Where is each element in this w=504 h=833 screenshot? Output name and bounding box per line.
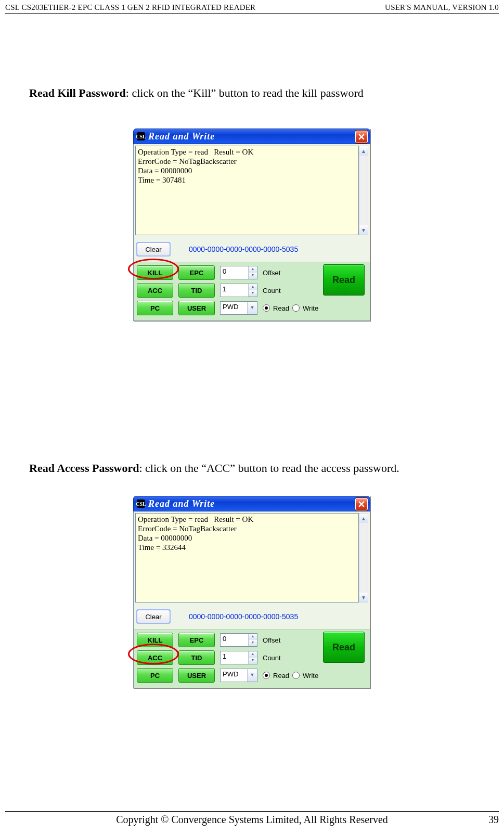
offset-spinner[interactable]: ▲▼ [248,266,257,279]
clear-button[interactable]: Clear [137,242,170,256]
offset-label: Offset [263,269,286,277]
section-read-access-password: Read Access Password: click on the “ACC”… [29,462,478,688]
close-icon [358,134,365,140]
kill-button[interactable]: KILL [137,265,173,280]
footer-copyright: Copyright © Convergence Systems Limited,… [5,814,499,826]
spin-down-icon[interactable]: ▼ [249,640,257,646]
spin-down-icon[interactable]: ▼ [249,273,257,279]
pwd-select-value: PWD [221,302,247,314]
header-left: CSL CS203ETHER-2 EPC CLASS 1 GEN 2 RFID … [5,3,255,12]
count-input[interactable]: 1 ▲▼ [220,284,257,297]
spin-up-icon[interactable]: ▲ [249,284,257,290]
header-right: USER'S MANUAL, VERSION 1.0 [385,3,499,12]
read-button[interactable]: Read [323,632,365,663]
pc-button[interactable]: PC [137,668,173,683]
acc-button[interactable]: ACC [137,283,173,298]
clear-button[interactable]: Clear [137,610,170,623]
log-line: ErrorCode = NoTagBackscatter [138,157,237,165]
section-read-kill-password: Read Kill Password: click on the “Kill” … [29,86,478,321]
app-icon: CSL [137,132,145,140]
tag-id-label: 0000-0000-0000-0000-0000-5035 [189,245,298,253]
read-radio-label: Read [273,672,289,680]
section1-caption: Read Kill Password: click on the “Kill” … [29,86,478,100]
write-radio[interactable] [292,672,300,679]
acc-button[interactable]: ACC [137,650,173,665]
offset-input[interactable]: 0 ▲▼ [220,266,257,279]
scroll-down-icon[interactable]: ▼ [359,225,368,235]
footer-page-number: 39 [488,814,499,826]
section2-caption: Read Access Password: click on the “ACC”… [29,462,478,475]
log-row: Operation Type = read Result = OK ErrorC… [134,511,370,604]
controls-grid: Read KILL EPC 0 ▲▼ Offset ACC TID [134,262,370,321]
offset-value: 0 [221,266,248,279]
page: CSL CS203ETHER-2 EPC CLASS 1 GEN 2 RFID … [0,0,504,833]
read-radio-label: Read [273,304,289,312]
window-title: Read and Write [148,131,215,142]
count-spinner[interactable]: ▲▼ [248,651,257,664]
log-line: Data = 00000000 [138,534,192,542]
spin-up-icon[interactable]: ▲ [249,634,257,640]
spin-up-icon[interactable]: ▲ [249,266,257,273]
write-radio[interactable] [292,304,300,312]
log-line: ErrorCode = NoTagBackscatter [138,524,237,533]
row-pc-user: PC USER PWD ▼ Read Write [137,668,367,683]
read-radio[interactable] [263,304,270,312]
section-gap [5,321,499,462]
window-title: Read and Write [148,498,215,509]
user-button[interactable]: USER [178,668,215,683]
offset-input[interactable]: 0 ▲▼ [220,633,257,647]
controls-grid: Read KILL EPC 0 ▲▼ Offset ACC TID [134,629,370,688]
section2-caption-rest: : click on the “ACC” button to read the … [139,462,399,475]
tid-button[interactable]: TID [178,650,215,665]
spin-down-icon[interactable]: ▼ [249,290,257,297]
close-button[interactable] [355,498,368,510]
read-write-radios: Read Write [263,304,318,312]
section2-caption-bold: Read Access Password [29,462,139,475]
epc-button[interactable]: EPC [178,633,215,647]
offset-spinner[interactable]: ▲▼ [248,634,257,646]
titlebar[interactable]: CSL Read and Write [133,129,370,144]
pc-button[interactable]: PC [137,301,173,315]
count-spinner[interactable]: ▲▼ [248,284,257,297]
log-line: Time = 307481 [138,176,186,184]
spin-down-icon[interactable]: ▼ [249,658,257,664]
log-row: Operation Type = read Result = OK ErrorC… [134,144,370,237]
log-textarea[interactable]: Operation Type = read Result = OK ErrorC… [135,146,359,235]
scroll-up-icon[interactable]: ▲ [359,514,368,523]
kill-button[interactable]: KILL [137,633,173,647]
read-button[interactable]: Read [323,264,365,296]
user-button[interactable]: USER [178,301,215,315]
log-line: Operation Type = read Result = OK [138,515,253,523]
spin-up-icon[interactable]: ▲ [249,651,257,658]
scroll-up-icon[interactable]: ▲ [359,146,368,156]
section1-caption-bold: Read Kill Password [29,86,126,99]
chevron-down-icon[interactable]: ▼ [247,669,257,682]
row-pc-user: PC USER PWD ▼ Read Write [137,301,367,315]
client-area: Operation Type = read Result = OK ErrorC… [133,144,370,321]
close-icon [358,501,365,507]
log-scrollbar[interactable]: ▲ ▼ [359,513,368,603]
client-area: Operation Type = read Result = OK ErrorC… [133,511,370,688]
read-write-radios: Read Write [263,672,318,680]
titlebar[interactable]: CSL Read and Write [133,496,370,511]
log-line: Operation Type = read Result = OK [138,148,253,156]
clear-row: Clear 0000-0000-0000-0000-0000-5035 [134,237,370,262]
count-value: 1 [221,651,248,664]
read-radio[interactable] [263,672,270,679]
count-label: Count [263,654,286,662]
page-footer: Copyright © Convergence Systems Limited,… [5,811,499,826]
page-header: CSL CS203ETHER-2 EPC CLASS 1 GEN 2 RFID … [5,3,499,14]
scroll-down-icon[interactable]: ▼ [359,593,368,602]
count-input[interactable]: 1 ▲▼ [220,651,257,664]
tid-button[interactable]: TID [178,283,215,298]
section1-caption-rest: : click on the “Kill” button to read the… [126,86,364,99]
close-button[interactable] [355,131,368,143]
read-write-window-2: CSL Read and Write Operation Type = read… [133,496,370,688]
chevron-down-icon[interactable]: ▼ [247,302,257,314]
log-line: Data = 00000000 [138,166,192,175]
pwd-select[interactable]: PWD ▼ [220,301,257,315]
epc-button[interactable]: EPC [178,265,215,280]
log-scrollbar[interactable]: ▲ ▼ [359,146,368,235]
pwd-select[interactable]: PWD ▼ [220,669,257,682]
log-textarea[interactable]: Operation Type = read Result = OK ErrorC… [135,513,359,603]
